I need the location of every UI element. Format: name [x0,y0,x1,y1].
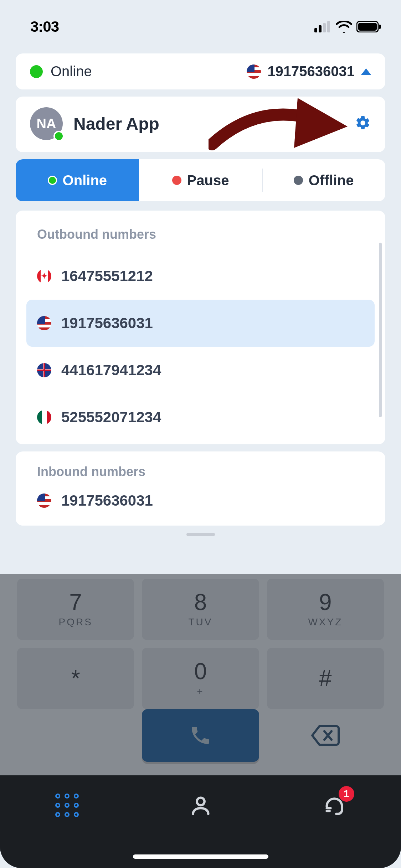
offline-dot-icon [294,176,303,185]
status-icons [314,21,381,33]
uk-flag-icon [37,363,51,377]
profile-row: NA Nader App [16,97,385,152]
wifi-icon [336,21,352,33]
status-time: 3:03 [30,18,59,35]
online-dot-icon [48,176,57,185]
presence-segmented-control: Online Pause Offline [16,159,385,201]
outbound-number-row[interactable]: 525552071234 [26,394,375,441]
status-header-row: Online 19175636031 [16,53,385,89]
avatar-presence-dot-icon [53,131,64,141]
number-text: 525552071234 [61,409,161,426]
selected-number-text: 19175636031 [267,63,355,79]
number-text: 16475551212 [61,268,153,285]
inbound-numbers-card: Inbound numbers 19175636031 [16,451,385,526]
mx-flag-icon [37,410,51,424]
nav-badge: 1 [339,786,354,802]
person-icon [189,794,212,817]
battery-icon [356,21,381,32]
cellular-signal-icon [314,21,331,32]
settings-button[interactable] [355,115,371,133]
outbound-section-title: Outbound numbers [16,211,385,253]
us-flag-icon [37,316,51,330]
dialpad-icon [55,794,79,817]
us-flag-icon [37,494,51,508]
segment-pause-label: Pause [187,172,229,188]
scrollbar[interactable] [379,243,382,417]
segment-offline[interactable]: Offline [262,159,385,201]
caret-up-icon [361,68,371,75]
nav-contacts[interactable] [179,791,222,820]
presence-dot-icon [30,65,43,78]
number-text: 19175636031 [61,492,153,509]
presence-label: Online [51,63,92,79]
status-bar: 3:03 [0,0,401,46]
svg-rect-1 [319,25,322,32]
nav-dialer[interactable] [46,791,88,820]
outbound-numbers-card: Outbound numbers ✦ 16475551212 191756360… [16,211,385,444]
avatar[interactable]: NA [30,107,63,140]
gear-icon [355,115,371,131]
svg-point-8 [197,798,204,805]
us-flag-icon [247,64,261,79]
svg-rect-3 [327,21,330,32]
profile-name: Nader App [73,114,159,134]
number-text: 441617941234 [61,362,161,379]
segment-pause[interactable]: Pause [139,159,262,201]
outbound-number-row[interactable]: 19175636031 [26,300,375,347]
number-text: 19175636031 [61,315,153,332]
selected-number-dropdown[interactable]: 19175636031 [247,63,371,79]
bottom-nav: 1 [0,775,401,868]
svg-rect-0 [314,28,317,32]
svg-rect-6 [379,25,381,29]
ca-flag-icon: ✦ [37,269,51,283]
inbound-number-row[interactable]: 19175636031 [26,483,375,518]
outbound-number-row[interactable]: ✦ 16475551212 [26,253,375,300]
svg-rect-2 [323,23,326,32]
outbound-number-row[interactable]: 441617941234 [26,347,375,394]
segment-offline-label: Offline [309,172,354,188]
segment-divider [262,169,263,192]
presence-indicator[interactable]: Online [30,63,92,79]
inbound-section-title: Inbound numbers [16,451,385,483]
pause-dot-icon [172,176,181,185]
nav-activity[interactable]: 1 [313,791,356,820]
segment-online-label: Online [63,172,107,188]
home-indicator[interactable] [133,854,268,859]
sheet-handle[interactable] [186,533,215,536]
svg-rect-5 [358,23,377,31]
segment-online[interactable]: Online [16,159,139,201]
